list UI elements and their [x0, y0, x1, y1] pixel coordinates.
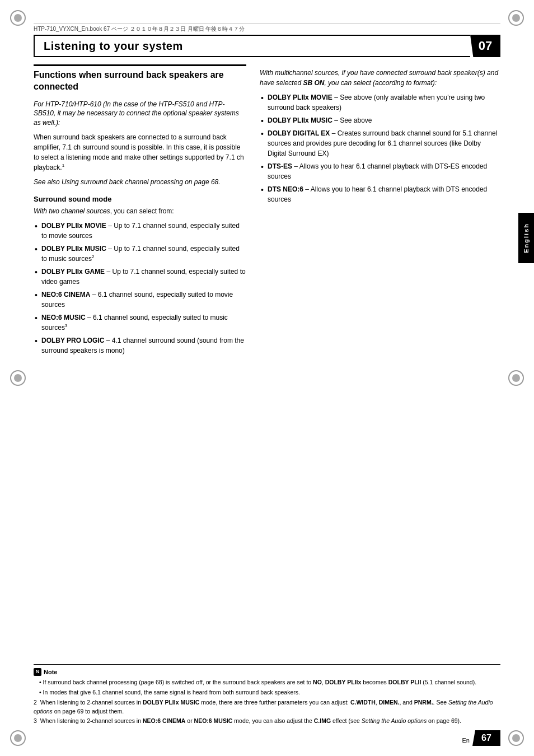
bullet-item: NEO:6 MUSIC – 6.1 channel sound, especia… [34, 312, 246, 333]
note-icon: N [34, 668, 41, 676]
right-intro: With multichannel sources, if you have c… [260, 68, 500, 88]
corner-decoration-top-right [508, 10, 524, 26]
english-tab: English [518, 213, 534, 263]
bullet-item: DOLBY PLIIx GAME – Up to 7.1 channel sou… [34, 267, 246, 287]
corner-decoration-bottom-right [508, 730, 524, 746]
bullet-item: DOLBY PLIIx MUSIC – See above [260, 115, 500, 125]
main-section-body2: See also Using surround back channel pro… [34, 177, 246, 187]
corner-decoration-bottom-left [10, 730, 26, 746]
note-numbered-2: 2 When listening to 2-channel sources in… [34, 698, 500, 716]
note-header: N Note [34, 668, 500, 677]
mid-decoration-right [508, 370, 524, 386]
header-title-box: Listening to your system [34, 35, 470, 57]
main-section-body1: When surround back speakers are connecte… [34, 132, 246, 172]
note-section: N Note • If surround back channel proces… [34, 664, 500, 727]
page-title: Listening to your system [44, 40, 183, 53]
chapter-tab: 07 [470, 35, 500, 57]
bullet-item: NEO:6 CINEMA – 6.1 channel sound, especi… [34, 290, 246, 310]
page-number: 67 [472, 730, 500, 746]
bullet-item: DOLBY DIGITAL EX – Creates surround back… [260, 128, 500, 158]
bullet-item: DTS-ES – Allows you to hear 6.1 channel … [260, 161, 500, 181]
mid-decoration-left [10, 370, 26, 386]
surround-bullet-list: DOLBY PLIIx MOVIE – Up to 7.1 channel so… [34, 221, 246, 356]
main-content: Functions when surround back speakers ar… [34, 64, 500, 700]
note-numbered-3: 3 When listening to 2-channel sources in… [34, 717, 500, 726]
right-column: With multichannel sources, if you have c… [260, 64, 500, 700]
right-bullet-list: DOLBY PLIIx MOVIE – See above (only avai… [260, 92, 500, 204]
note-item-1: • If surround back channel processing (p… [34, 678, 500, 687]
main-section-subheading: For HTP-710/HTP-610 (In the case of the … [34, 100, 246, 128]
left-column: Functions when surround back speakers ar… [34, 64, 246, 700]
main-section-heading: Functions when surround back speakers ar… [34, 64, 246, 96]
note-item-2: • In modes that give 6.1 channel sound, … [34, 688, 500, 697]
surround-heading: Surround sound mode [34, 195, 246, 203]
file-info: HTP-710_VYXCN_En.book 67 ページ ２０１０年８月２３日 … [34, 24, 500, 33]
page-en-label: En [462, 737, 470, 744]
bullet-item: DTS NEO:6 – Allows you to hear 6.1 chann… [260, 184, 500, 204]
bullet-item: DOLBY PLIIx MOVIE – See above (only avai… [260, 92, 500, 113]
surround-intro: With two channel sources, you can select… [34, 206, 246, 216]
bullet-item: DOLBY PRO LOGIC – 4.1 channel surround s… [34, 335, 246, 356]
corner-decoration-top-left [10, 10, 26, 26]
bullet-item: DOLBY PLIIx MUSIC – Up to 7.1 channel so… [34, 244, 246, 264]
bullet-item: DOLBY PLIIx MOVIE – Up to 7.1 channel so… [34, 221, 246, 241]
